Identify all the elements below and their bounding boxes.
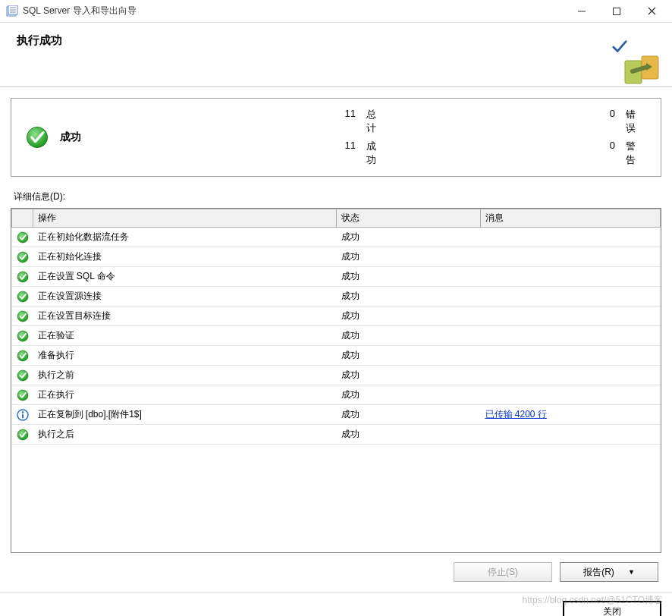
cell-status: 成功	[337, 228, 481, 247]
table-row[interactable]: 正在设置源连接成功	[12, 287, 661, 306]
success-icon	[12, 267, 33, 287]
header-graphic-icon	[622, 50, 663, 91]
close-button[interactable]	[634, 0, 669, 23]
success-count: 11	[131, 140, 359, 167]
cell-message	[481, 346, 661, 366]
column-header-action[interactable]: 操作	[33, 209, 337, 228]
window-title: SQL Server 导入和导出向导	[23, 5, 564, 17]
success-label: 成功	[366, 140, 383, 167]
success-icon	[12, 346, 33, 366]
table-row[interactable]: 正在复制到 [dbo].[附件1$]成功已传输 4200 行	[12, 405, 661, 425]
svg-point-11	[17, 331, 28, 341]
cell-action: 正在初始化数据流任务	[33, 228, 337, 247]
success-icon	[12, 228, 33, 247]
success-icon	[12, 385, 33, 405]
error-label: 错误	[626, 108, 642, 135]
maximize-button[interactable]	[599, 0, 634, 23]
message-link[interactable]: 已传输 4200 行	[485, 409, 547, 420]
report-button[interactable]: 报告(R) ▼	[560, 562, 658, 582]
cell-message	[481, 267, 661, 287]
page-title: 执行成功	[17, 33, 657, 48]
svg-point-12	[17, 350, 28, 361]
cell-message	[481, 425, 661, 445]
svg-point-5	[27, 127, 47, 147]
page-header: 执行成功	[0, 23, 672, 87]
cell-status: 成功	[337, 306, 481, 326]
cell-status: 成功	[337, 267, 481, 287]
action-button-row: 停止(S) 报告(R) ▼	[11, 553, 661, 582]
table-row[interactable]: 准备执行成功	[12, 346, 661, 366]
table-row[interactable]: 正在初始化数据流任务成功	[12, 228, 661, 247]
warning-label: 警告	[626, 140, 642, 167]
cell-message	[481, 287, 661, 306]
summary-stats: 11 总计 0 错误 11 成功 0 警告	[131, 108, 642, 167]
cell-status: 成功	[337, 405, 481, 425]
cell-status: 成功	[337, 425, 481, 445]
cell-action: 正在设置源连接	[33, 287, 337, 306]
svg-point-8	[17, 272, 28, 282]
summary-panel: 成功 11 总计 0 错误 11 成功 0 警告	[11, 98, 661, 177]
svg-point-16	[21, 411, 24, 413]
cell-action: 准备执行	[33, 346, 337, 366]
total-count: 11	[131, 108, 359, 135]
success-icon	[12, 287, 33, 306]
column-header-icon[interactable]	[12, 209, 33, 228]
footer-row: 关闭	[0, 592, 672, 616]
table-row[interactable]: 正在初始化连接成功	[12, 247, 661, 267]
cell-status: 成功	[337, 287, 481, 306]
table-row[interactable]: 执行之后成功	[12, 425, 661, 445]
cell-message	[481, 228, 661, 247]
cell-action: 正在设置目标连接	[33, 306, 337, 326]
cell-action: 执行之后	[33, 425, 337, 445]
summary-status-label: 成功	[60, 130, 121, 144]
cell-message	[481, 247, 661, 267]
table-row[interactable]: 正在验证成功	[12, 326, 661, 346]
svg-point-10	[17, 311, 28, 322]
dropdown-arrow-icon: ▼	[628, 568, 635, 576]
cell-action: 执行之前	[33, 366, 337, 385]
cell-action: 正在复制到 [dbo].[附件1$]	[33, 405, 337, 425]
table-row[interactable]: 正在执行成功	[12, 385, 661, 405]
close-dialog-button[interactable]: 关闭	[563, 601, 661, 616]
report-button-label: 报告(R)	[583, 566, 614, 579]
info-icon	[12, 405, 33, 425]
cell-status: 成功	[337, 385, 481, 405]
cell-status: 成功	[337, 366, 481, 385]
details-label: 详细信息(D):	[14, 190, 661, 203]
cell-message	[481, 366, 661, 385]
svg-point-9	[17, 291, 28, 302]
svg-point-14	[17, 390, 28, 401]
svg-point-6	[17, 232, 28, 243]
success-icon	[12, 326, 33, 346]
svg-rect-2	[614, 8, 620, 14]
column-header-message[interactable]: 消息	[481, 209, 661, 228]
cell-status: 成功	[337, 247, 481, 267]
svg-point-7	[17, 252, 28, 262]
table-row[interactable]: 执行之前成功	[12, 366, 661, 385]
svg-point-13	[17, 370, 28, 381]
cell-message: 已传输 4200 行	[481, 405, 661, 425]
cell-action: 正在执行	[33, 385, 337, 405]
table-row[interactable]: 正在设置目标连接成功	[12, 306, 661, 326]
window-controls	[564, 0, 669, 23]
svg-point-18	[17, 429, 28, 440]
cell-action: 正在验证	[33, 326, 337, 346]
success-icon	[12, 247, 33, 267]
table-row[interactable]: 正在设置 SQL 命令成功	[12, 267, 661, 287]
details-grid[interactable]: 操作 状态 消息 正在初始化数据流任务成功正在初始化连接成功正在设置 SQL 命…	[11, 208, 661, 553]
titlebar: SQL Server 导入和导出向导	[0, 0, 672, 23]
success-icon	[12, 366, 33, 385]
warning-count: 0	[391, 140, 618, 167]
total-label: 总计	[366, 108, 383, 135]
cell-status: 成功	[337, 326, 481, 346]
cell-action: 正在设置 SQL 命令	[33, 267, 337, 287]
cell-message	[481, 306, 661, 326]
cell-message	[481, 326, 661, 346]
cell-message	[481, 385, 661, 405]
success-icon	[12, 425, 33, 445]
success-icon	[12, 306, 33, 326]
stop-button: 停止(S)	[454, 562, 552, 582]
success-check-icon	[25, 125, 49, 149]
column-header-status[interactable]: 状态	[337, 209, 481, 228]
minimize-button[interactable]	[564, 0, 599, 23]
